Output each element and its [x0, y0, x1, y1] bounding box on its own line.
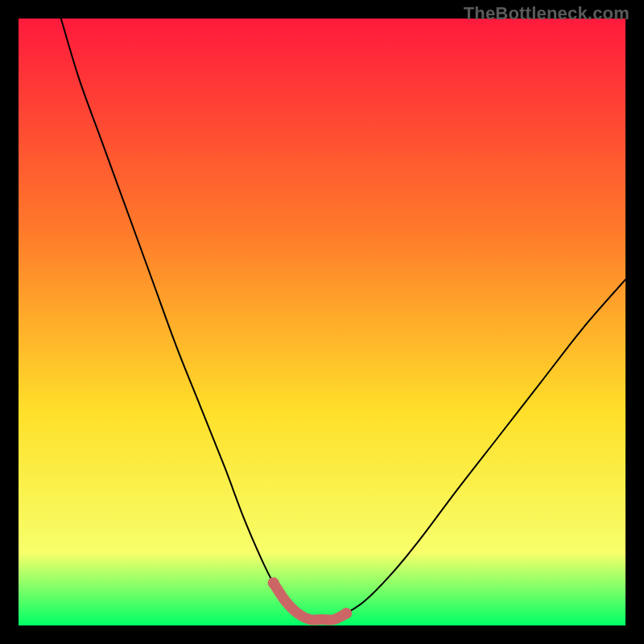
chart-svg [19, 19, 625, 625]
chart-frame: TheBottleneck.com [0, 0, 644, 644]
highlight-endpoint-right [341, 608, 352, 619]
highlight-endpoint-left [268, 577, 279, 588]
watermark-text: TheBottleneck.com [464, 3, 630, 24]
gradient-background [19, 19, 625, 625]
plot-area [19, 19, 625, 625]
